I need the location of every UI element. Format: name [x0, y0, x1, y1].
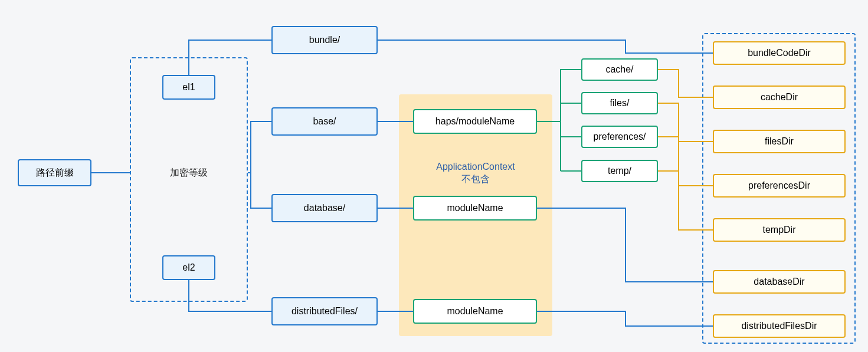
files-node: files/	[581, 92, 658, 114]
preferences-node: preferences/	[581, 126, 658, 148]
databaseDir-node: databaseDir	[713, 270, 846, 294]
db-module-node: moduleName	[413, 196, 537, 221]
database-node: database/	[271, 194, 378, 222]
filesDir-node: filesDir	[713, 130, 846, 153]
bundleCodeDir-node: bundleCodeDir	[713, 41, 846, 65]
el2-node: el2	[162, 255, 215, 280]
temp-node: temp/	[581, 160, 658, 182]
preferencesDir-node: preferencesDir	[713, 174, 846, 198]
cache-node: cache/	[581, 58, 658, 81]
encryption-label: 加密等级	[159, 167, 218, 179]
dist-module-node: moduleName	[413, 299, 537, 324]
base-node: base/	[271, 107, 378, 136]
path-prefix-label: 路径前缀	[36, 167, 74, 179]
bundle-node: bundle/	[271, 26, 378, 54]
el1-node: el1	[162, 75, 215, 100]
cacheDir-node: cacheDir	[713, 85, 846, 109]
distributedfiles-node: distributedFiles/	[271, 297, 378, 325]
tempDir-node: tempDir	[713, 218, 846, 242]
distributedFilesDir-node: distributedFilesDir	[713, 314, 846, 338]
haps-module-node: haps/moduleName	[413, 109, 537, 134]
appcontext-title: ApplicationContext 不包含	[399, 161, 552, 186]
path-prefix-node: 路径前缀	[18, 159, 91, 186]
